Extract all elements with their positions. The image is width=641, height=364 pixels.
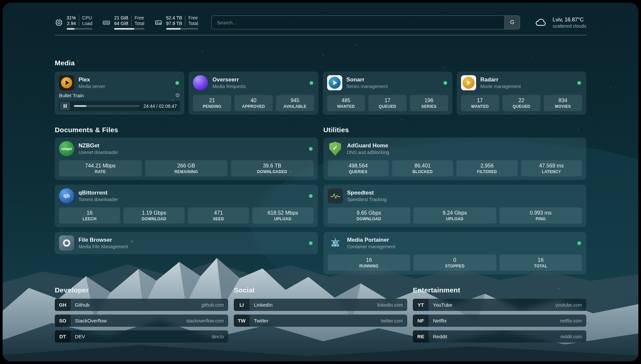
service-card-portainer[interactable]: Media Portainer Container management 16R…	[323, 232, 587, 274]
weather-widget[interactable]: Lviv, 16.87°C scattered clouds	[533, 16, 586, 29]
stat-box: 17QUEUED	[368, 95, 407, 111]
bookmark-abbr: SO	[55, 315, 71, 327]
resource-monitors: 31% 2.94 CPU Load	[55, 15, 198, 30]
disk-free-label: Free	[188, 15, 198, 21]
search-provider-button[interactable]: G	[504, 16, 520, 29]
service-card-adguard[interactable]: ✓ AdGuard Home DNS and adblocking 498,56…	[323, 137, 587, 180]
section-title-social: Social	[234, 286, 407, 294]
bookmark-abbr: LI	[234, 299, 250, 311]
overseerr-icon	[193, 75, 208, 90]
cpu-load-average: 2.94	[67, 21, 76, 26]
search-bar: G	[211, 15, 520, 29]
bookmark-name: Github	[75, 299, 201, 311]
top-bar: 31% 2.94 CPU Load	[55, 3, 586, 30]
stat-box: 21PENDING	[193, 95, 231, 111]
bookmark-youtube[interactable]: YT YouTube youtube.com	[413, 299, 586, 311]
memory-widget: 21 GiB 64 GiB Free Total	[102, 15, 144, 30]
service-name: File Browser	[78, 236, 305, 244]
stat-box: 2,956FILTERED	[456, 160, 517, 176]
stat-box: 22QUEUED	[503, 95, 541, 111]
service-name: AdGuard Home	[347, 142, 582, 149]
section-media: Media Plex Media server Bullet Train	[55, 59, 586, 115]
nzbget-icon-text: nzbget	[61, 147, 72, 151]
bookmark-reddit[interactable]: RE Reddit reddit.com	[413, 330, 586, 343]
stat-box: 945AVAILABLE	[276, 95, 314, 111]
bookmark-name: StackOverflow	[75, 315, 186, 327]
status-indicator	[309, 147, 313, 151]
service-card-overseerr[interactable]: Overseerr Media Requests 21PENDING 40APP…	[189, 72, 318, 115]
dashboard-screen: 31% 2.94 CPU Load	[3, 3, 638, 361]
bookmark-abbr: DT	[55, 330, 71, 343]
service-description: DNS and adblocking	[347, 149, 582, 155]
cpu-label: CPU	[82, 15, 92, 21]
stat-box: 0STOPPED	[413, 255, 496, 271]
header-divider	[55, 35, 586, 35]
bookmark-name: LinkedIn	[254, 299, 377, 311]
service-card-nzbget[interactable]: nzbget NZBGet Usenet downloader 744.21 M…	[55, 137, 318, 180]
bookmark-twitter[interactable]: TW Twitter twitter.com	[234, 315, 407, 327]
service-description: Usenet downloader	[78, 149, 305, 155]
bookmark-url: stackoverflow.com	[186, 315, 224, 327]
service-name: Radarr	[480, 76, 573, 83]
bookmark-name: DEV	[75, 330, 212, 343]
stat-box: 16RUNNING	[328, 255, 411, 271]
stat-box: 40APPROVED	[234, 95, 273, 111]
section-utilities: Utilities ✓ AdGuard Home DNS and adblock…	[323, 126, 587, 274]
section-title-media: Media	[55, 59, 586, 67]
sonarr-icon	[327, 75, 342, 90]
bookmarks-social: Social LI LinkedIn linkedin.com TW Twitt…	[234, 286, 407, 327]
bookmark-name: YouTube	[433, 299, 556, 311]
service-card-qbittorrent[interactable]: qb qBittorrent Torrent downloader 16LEEC…	[55, 185, 318, 227]
bookmark-stackoverflow[interactable]: SO StackOverflow stackoverflow.com	[55, 315, 228, 327]
playback-progress-track[interactable]	[74, 105, 139, 107]
stat-box: 834MOVIES	[544, 95, 582, 111]
service-card-sonarr[interactable]: Sonarr Series management 485WANTED 17QUE…	[323, 72, 452, 115]
bookmark-netflix[interactable]: NF Netflix netflix.com	[413, 315, 586, 327]
search-input[interactable]	[212, 16, 504, 29]
bookmark-url: twitter.com	[381, 315, 403, 327]
bookmark-name: Netflix	[433, 315, 560, 327]
playback-time: 24:44 / 02:06:47	[143, 104, 177, 109]
disk-widget: 52.4 TB 97.9 TB Free Total	[154, 15, 198, 30]
stat-box: 16LEECH	[59, 207, 120, 224]
memory-free-value: 21 GiB	[114, 15, 128, 21]
bookmark-abbr: RE	[413, 330, 429, 343]
service-card-radarr[interactable]: Radarr Movie management 17WANTED 22QUEUE…	[457, 72, 586, 115]
cpu-usage-bar-fill	[67, 28, 75, 30]
service-name: NZBGet	[78, 142, 305, 149]
stat-box: 485WANTED	[327, 95, 365, 111]
section-title-utilities: Utilities	[323, 126, 587, 134]
stat-box: 196SERIES	[410, 95, 448, 111]
bookmark-dev[interactable]: DT DEV dev.to	[55, 330, 228, 343]
stat-box: 618.52 MbpsUPLOAD	[252, 207, 313, 224]
pause-button[interactable]	[60, 102, 70, 110]
stat-box: 0.993 msPING	[500, 207, 582, 224]
stat-box: 86,401BLOCKED	[392, 160, 453, 176]
bookmark-linkedin[interactable]: LI LinkedIn linkedin.com	[234, 299, 407, 311]
memory-usage-bar	[114, 28, 144, 30]
service-description: Speedtest Tracking	[347, 197, 582, 202]
service-card-speedtest[interactable]: Speedtest Speedtest Tracking 9.65 GbpsDO…	[323, 185, 587, 227]
settings-gear-icon[interactable]: ⚙	[175, 92, 180, 99]
service-card-plex[interactable]: Plex Media server Bullet Train ⚙ 24:44 /…	[55, 72, 184, 115]
service-description: Media File Management	[78, 244, 305, 250]
qbittorrent-icon: qb	[59, 188, 74, 203]
service-name: Plex	[78, 76, 171, 83]
section-title-developer: Developer	[55, 286, 228, 294]
status-indicator	[443, 81, 447, 85]
plex-player-bar: 24:44 / 02:06:47	[59, 101, 180, 111]
plex-icon	[59, 75, 74, 90]
bookmark-url: linkedin.com	[377, 299, 403, 311]
bookmark-abbr: TW	[234, 315, 250, 327]
service-name: Overseerr	[212, 76, 305, 83]
bookmark-github[interactable]: GH Github github.com	[55, 299, 228, 311]
playback-progress-fill	[74, 105, 86, 107]
status-indicator	[309, 194, 313, 198]
stat-box: 39.6 TBDOWNLOADED	[231, 160, 314, 176]
memory-total-value: 64 GiB	[114, 21, 128, 26]
stat-box: 1.19 GbpsDOWNLOAD	[123, 207, 184, 224]
bookmarks-developer: Developer GH Github github.com SO StackO…	[55, 286, 228, 343]
service-name: Speedtest	[347, 189, 582, 197]
bookmark-name: Reddit	[433, 330, 561, 343]
service-card-filebrowser[interactable]: File Browser Media File Management	[55, 232, 318, 254]
